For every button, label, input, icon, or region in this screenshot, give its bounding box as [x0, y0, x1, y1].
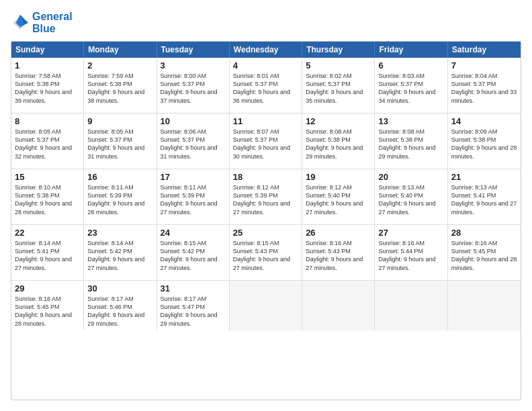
calendar-cell: 6 Sunrise: 8:03 AM Sunset: 5:37 PM Dayli…	[375, 58, 447, 113]
weekday-header: Sunday	[11, 42, 84, 58]
calendar-cell: 18 Sunrise: 8:12 AM Sunset: 5:39 PM Dayl…	[230, 169, 302, 224]
cell-content: Sunrise: 8:09 AM Sunset: 5:38 PM Dayligh…	[451, 128, 517, 161]
cell-content: Sunrise: 8:16 AM Sunset: 5:44 PM Dayligh…	[378, 239, 443, 272]
calendar-cell: 8 Sunrise: 8:05 AM Sunset: 5:37 PM Dayli…	[11, 113, 84, 169]
cell-content: Sunrise: 8:15 AM Sunset: 5:42 PM Dayligh…	[161, 239, 226, 272]
cell-content: Sunrise: 8:11 AM Sunset: 5:39 PM Dayligh…	[161, 183, 226, 216]
cell-content: Sunrise: 8:08 AM Sunset: 5:38 PM Dayligh…	[306, 128, 371, 161]
calendar-cell	[375, 281, 447, 330]
cell-content: Sunrise: 7:59 AM Sunset: 5:38 PM Dayligh…	[87, 72, 152, 105]
calendar-cell: 15 Sunrise: 8:10 AM Sunset: 5:38 PM Dayl…	[11, 169, 84, 224]
cell-content: Sunrise: 8:05 AM Sunset: 5:37 PM Dayligh…	[87, 128, 152, 161]
day-number: 27	[378, 228, 443, 238]
weekday-header: Saturday	[448, 42, 521, 58]
day-number: 8	[15, 116, 80, 126]
calendar-header: SundayMondayTuesdayWednesdayThursdayFrid…	[11, 42, 521, 58]
cell-content: Sunrise: 8:14 AM Sunset: 5:42 PM Dayligh…	[87, 239, 152, 272]
calendar-cell	[302, 281, 375, 330]
cell-content: Sunrise: 7:58 AM Sunset: 5:38 PM Dayligh…	[15, 72, 80, 105]
calendar-cell: 5 Sunrise: 8:02 AM Sunset: 5:37 PM Dayli…	[302, 58, 375, 113]
cell-content: Sunrise: 8:12 AM Sunset: 5:39 PM Dayligh…	[233, 183, 298, 216]
cell-content: Sunrise: 8:08 AM Sunset: 5:38 PM Dayligh…	[378, 128, 443, 161]
calendar-row: 8 Sunrise: 8:05 AM Sunset: 5:37 PM Dayli…	[11, 113, 521, 169]
calendar-cell	[230, 281, 302, 330]
calendar-cell	[448, 281, 521, 330]
day-number: 29	[15, 283, 80, 293]
cell-content: Sunrise: 8:01 AM Sunset: 5:37 PM Dayligh…	[233, 72, 298, 105]
cell-content: Sunrise: 8:05 AM Sunset: 5:37 PM Dayligh…	[15, 128, 80, 161]
calendar-cell: 22 Sunrise: 8:14 AM Sunset: 5:41 PM Dayl…	[11, 225, 84, 280]
calendar-cell: 4 Sunrise: 8:01 AM Sunset: 5:37 PM Dayli…	[230, 58, 302, 113]
calendar-cell: 30 Sunrise: 8:17 AM Sunset: 5:46 PM Dayl…	[84, 281, 157, 330]
calendar-cell: 19 Sunrise: 8:12 AM Sunset: 5:40 PM Dayl…	[302, 169, 375, 224]
cell-content: Sunrise: 8:06 AM Sunset: 5:37 PM Dayligh…	[161, 128, 226, 161]
day-number: 26	[306, 228, 371, 238]
day-number: 11	[233, 116, 298, 126]
calendar-cell: 26 Sunrise: 8:16 AM Sunset: 5:43 PM Dayl…	[302, 225, 375, 280]
calendar-cell: 24 Sunrise: 8:15 AM Sunset: 5:42 PM Dayl…	[157, 225, 230, 280]
cell-content: Sunrise: 8:13 AM Sunset: 5:40 PM Dayligh…	[378, 183, 443, 216]
calendar-row: 29 Sunrise: 8:16 AM Sunset: 5:45 PM Dayl…	[11, 280, 521, 330]
day-number: 1	[15, 60, 80, 71]
cell-content: Sunrise: 8:03 AM Sunset: 5:37 PM Dayligh…	[378, 72, 443, 105]
calendar-body: 1 Sunrise: 7:58 AM Sunset: 5:38 PM Dayli…	[11, 58, 521, 330]
calendar-cell: 17 Sunrise: 8:11 AM Sunset: 5:39 PM Dayl…	[157, 169, 230, 224]
header: General Blue	[11, 11, 521, 34]
weekday-header: Friday	[375, 42, 447, 58]
cell-content: Sunrise: 8:13 AM Sunset: 5:41 PM Dayligh…	[451, 183, 517, 216]
cell-content: Sunrise: 8:12 AM Sunset: 5:40 PM Dayligh…	[306, 183, 371, 216]
calendar-cell: 13 Sunrise: 8:08 AM Sunset: 5:38 PM Dayl…	[375, 113, 447, 169]
calendar-cell: 21 Sunrise: 8:13 AM Sunset: 5:41 PM Dayl…	[448, 169, 521, 224]
cell-content: Sunrise: 8:02 AM Sunset: 5:37 PM Dayligh…	[306, 72, 371, 105]
cell-content: Sunrise: 8:14 AM Sunset: 5:41 PM Dayligh…	[15, 239, 80, 272]
day-number: 25	[233, 228, 298, 238]
calendar-cell: 7 Sunrise: 8:04 AM Sunset: 5:37 PM Dayli…	[448, 58, 521, 113]
logo: General Blue	[11, 11, 73, 34]
calendar-cell: 2 Sunrise: 7:59 AM Sunset: 5:38 PM Dayli…	[84, 58, 157, 113]
logo-icon	[11, 13, 30, 32]
calendar-cell: 11 Sunrise: 8:07 AM Sunset: 5:37 PM Dayl…	[230, 113, 302, 169]
logo-text: General Blue	[32, 11, 73, 34]
day-number: 6	[378, 60, 443, 71]
cell-content: Sunrise: 8:10 AM Sunset: 5:38 PM Dayligh…	[15, 183, 80, 216]
day-number: 22	[15, 228, 80, 238]
day-number: 15	[15, 172, 80, 182]
calendar-cell: 20 Sunrise: 8:13 AM Sunset: 5:40 PM Dayl…	[375, 169, 447, 224]
day-number: 13	[378, 116, 443, 126]
calendar-cell: 25 Sunrise: 8:15 AM Sunset: 5:43 PM Dayl…	[230, 225, 302, 280]
calendar-cell: 9 Sunrise: 8:05 AM Sunset: 5:37 PM Dayli…	[84, 113, 157, 169]
calendar-cell: 16 Sunrise: 8:11 AM Sunset: 5:39 PM Dayl…	[84, 169, 157, 224]
weekday-header: Wednesday	[230, 42, 302, 58]
cell-content: Sunrise: 8:16 AM Sunset: 5:45 PM Dayligh…	[451, 239, 517, 272]
day-number: 28	[451, 228, 517, 238]
calendar-row: 22 Sunrise: 8:14 AM Sunset: 5:41 PM Dayl…	[11, 224, 521, 280]
calendar-cell: 29 Sunrise: 8:16 AM Sunset: 5:45 PM Dayl…	[11, 281, 84, 330]
weekday-header: Tuesday	[157, 42, 230, 58]
calendar-cell: 14 Sunrise: 8:09 AM Sunset: 5:38 PM Dayl…	[448, 113, 521, 169]
calendar: SundayMondayTuesdayWednesdayThursdayFrid…	[11, 41, 521, 400]
cell-content: Sunrise: 8:00 AM Sunset: 5:37 PM Dayligh…	[161, 72, 226, 105]
calendar-cell: 27 Sunrise: 8:16 AM Sunset: 5:44 PM Dayl…	[375, 225, 447, 280]
cell-content: Sunrise: 8:17 AM Sunset: 5:47 PM Dayligh…	[161, 295, 226, 328]
calendar-row: 1 Sunrise: 7:58 AM Sunset: 5:38 PM Dayli…	[11, 58, 521, 113]
calendar-cell: 12 Sunrise: 8:08 AM Sunset: 5:38 PM Dayl…	[302, 113, 375, 169]
cell-content: Sunrise: 8:04 AM Sunset: 5:37 PM Dayligh…	[451, 72, 517, 105]
cell-content: Sunrise: 8:07 AM Sunset: 5:37 PM Dayligh…	[233, 128, 298, 161]
day-number: 10	[161, 116, 226, 126]
day-number: 19	[306, 172, 371, 182]
weekday-header: Thursday	[302, 42, 375, 58]
day-number: 20	[378, 172, 443, 182]
day-number: 16	[87, 172, 152, 182]
day-number: 7	[451, 60, 517, 71]
day-number: 30	[87, 283, 152, 293]
day-number: 9	[87, 116, 152, 126]
day-number: 3	[161, 60, 226, 71]
day-number: 2	[87, 60, 152, 71]
calendar-row: 15 Sunrise: 8:10 AM Sunset: 5:38 PM Dayl…	[11, 169, 521, 224]
cell-content: Sunrise: 8:15 AM Sunset: 5:43 PM Dayligh…	[233, 239, 298, 272]
day-number: 21	[451, 172, 517, 182]
cell-content: Sunrise: 8:17 AM Sunset: 5:46 PM Dayligh…	[87, 295, 152, 328]
calendar-cell: 28 Sunrise: 8:16 AM Sunset: 5:45 PM Dayl…	[448, 225, 521, 280]
weekday-header: Monday	[84, 42, 157, 58]
day-number: 12	[306, 116, 371, 126]
